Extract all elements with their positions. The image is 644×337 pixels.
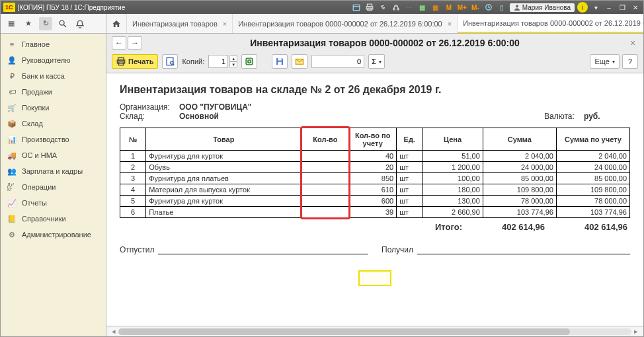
email-button[interactable] [292,54,307,69]
sidebar-item-9[interactable]: Дт/КтОперации [1,179,106,195]
total-sum-acc: 402 614,96 [571,222,627,232]
total-label: Итого: [435,222,462,232]
separator-icon: ⋯ [404,2,415,13]
sidebar-item-12[interactable]: ⚙Администрирование [1,227,106,243]
cell-sumacc: 24 000,00 [556,162,629,173]
sidebar-item-6[interactable]: 📊Производство [1,131,106,147]
tab-doc-2[interactable]: Инвентаризация товаров 0000-000002 от 26… [458,14,643,33]
info-icon[interactable]: i [577,2,588,13]
cell-qtyacc: 600 [349,196,397,207]
calendar-icon[interactable]: ▦ [430,2,441,13]
cell-qty [302,173,349,184]
tab-label: Инвентаризация товаров 0000-000002 от 26… [238,20,442,28]
help-button-label: ? [628,57,632,65]
clock-icon[interactable] [483,2,494,13]
copies-input[interactable] [208,55,228,68]
app-title: [КОПИЯ] ПБУ 18 / 1С:Предприятие [18,4,126,11]
star-icon[interactable]: ★ [22,17,35,30]
restore-icon[interactable]: ❐ [617,2,627,13]
sidebar-item-8[interactable]: 👥Зарплата и кадры [1,163,106,179]
sidebar-item-5[interactable]: 📦Склад [1,116,106,131]
tab-doc-0[interactable]: Инвентаризация товаров× [127,14,233,33]
save-button[interactable] [272,54,288,69]
min-icon[interactable]: – [604,2,614,13]
mminus-icon[interactable]: M- [470,2,481,13]
scale-icon[interactable] [391,2,401,13]
cell-unit: шт [397,196,423,207]
link-icon[interactable] [378,2,388,13]
sidebar-item-label: Руководителю [22,56,70,64]
user-chip[interactable]: Мария Иванова [510,3,575,12]
tab-close-icon[interactable]: × [445,20,452,28]
sidebar-item-0[interactable]: ≡Главное [1,36,106,52]
number-input[interactable] [311,55,364,68]
settings-button[interactable] [241,54,257,69]
cell-name: Фурнитура для курток [146,151,302,162]
sidebar-icon: ⚙ [7,230,17,239]
document-viewport[interactable]: Инвентаризация товаров на складе № 2 от … [106,73,643,326]
sidebar-item-4[interactable]: 🛒Покупки [1,100,106,116]
sidebar-item-2[interactable]: ₽Банк и касса [1,68,106,84]
nav-fwd-button[interactable]: → [128,36,142,50]
print-button[interactable]: Печать [112,54,158,69]
nav-back-button[interactable]: ← [112,36,126,50]
h-scroll-thumb[interactable] [118,328,570,335]
copies-up-button[interactable]: ▲ [229,56,237,61]
col-header-6: Сумма [483,128,556,151]
preview-button[interactable] [162,54,178,69]
cell-name: Обувь [146,162,302,173]
copies-spinner[interactable]: ▲ ▼ [208,55,237,68]
warehouse-value: Основной [179,112,219,121]
help-button[interactable]: ? [622,54,638,69]
calc-icon[interactable]: ▦ [417,2,428,13]
sidebar-item-11[interactable]: 📒Справочники [1,211,106,227]
sigma-icon: Σ [372,57,376,65]
svg-rect-0 [353,5,360,10]
cell-sum: 78 000,00 [483,196,556,207]
cell-price: 1 200,00 [423,162,483,173]
window-close-icon[interactable]: ✕ [630,2,641,13]
sidebar-item-3[interactable]: 🏷Продажи [1,84,106,100]
sidebar-icon: 📒 [7,214,17,223]
cell-sumacc: 85 000,00 [556,173,629,184]
cell-num: 3 [120,173,146,184]
mplus-icon[interactable]: M+ [457,2,467,13]
h-scrollbar[interactable]: ◂ ▸ [106,326,643,336]
tab-close-icon[interactable]: × [220,20,227,28]
sidebar-icon: ₽ [7,71,17,81]
print-icon[interactable] [364,2,375,13]
chevron-down-icon: ▾ [612,59,615,65]
notifications-icon[interactable] [73,17,87,30]
sidebar-item-7[interactable]: 🚚ОС и НМА [1,147,106,163]
sidebar-item-label: ОС и НМА [22,151,57,159]
cell-unit: шт [397,207,423,218]
sidebar-icon: 👥 [7,167,17,176]
letter-m-icon[interactable]: M [444,2,454,13]
sidebar-icon: ≡ [7,40,17,49]
chevron-down-icon: ▾ [379,59,382,65]
more-button[interactable]: Еще ▾ [590,54,619,69]
panel-icon[interactable]: ▯ [497,2,507,13]
history-nav-icon[interactable]: ↻ [39,17,52,30]
sum-button[interactable]: Σ ▾ [368,54,385,69]
cell-qtyacc: 850 [349,173,397,184]
sidebar-item-1[interactable]: 👤Руководителю [1,52,106,68]
tab-home[interactable] [106,14,127,33]
print-button-label: Печать [128,57,153,65]
cell-sum: 2 040,00 [483,151,556,162]
org-value: ООО "ПУГОВИЦА" [179,102,252,112]
cell-sum: 24 000,00 [483,162,556,173]
apps-icon[interactable]: ▦ [5,17,18,30]
doc-heading: Инвентаризация товаров на складе № 2 от … [120,84,630,96]
search-icon[interactable] [56,17,69,30]
tab-doc-1[interactable]: Инвентаризация товаров 0000-000002 от 26… [233,14,458,33]
sidebar-item-10[interactable]: 📈Отчеты [1,195,106,211]
copies-down-button[interactable]: ▼ [229,61,237,67]
history-icon[interactable] [351,2,362,13]
table-row: 2Обувь20шт1 200,0024 000,0024 000,00 [120,162,630,173]
dropdown-icon[interactable]: ▾ [590,2,601,13]
svg-point-4 [393,9,395,10]
page-close-button[interactable]: × [627,38,638,48]
cell-num: 5 [120,196,146,207]
col-header-1: Товар [146,128,302,151]
